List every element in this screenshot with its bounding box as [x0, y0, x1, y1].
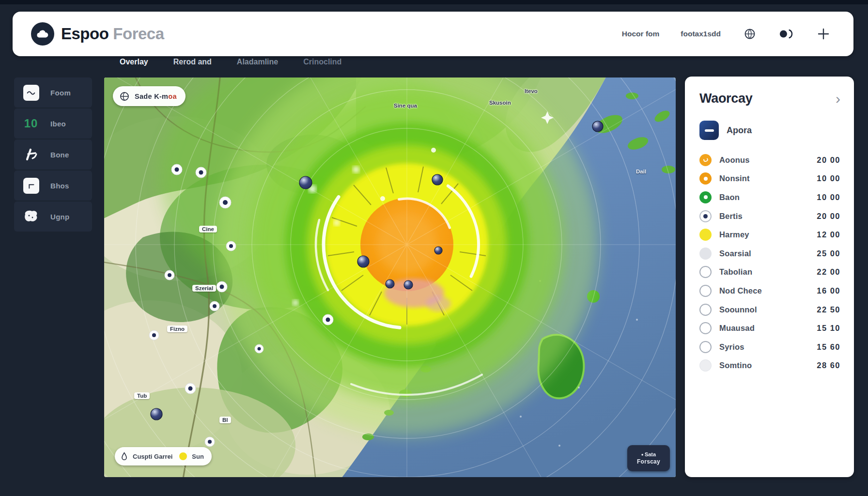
item-time: 10 00 — [817, 193, 840, 202]
list-item[interactable]: Tabolian 22 00 — [699, 263, 840, 282]
badge-line-1: Sata — [641, 451, 656, 457]
search-pill-label: Sade K-moa — [135, 93, 177, 100]
status-dot-outline — [699, 341, 712, 353]
tab-overlay[interactable]: Overlay — [120, 58, 148, 66]
sidebar-item-label: Bhos — [50, 182, 69, 190]
cloud-logo-icon — [31, 22, 54, 46]
map-attribution-badge[interactable]: Sata Forscay — [627, 445, 670, 471]
item-label: Tabolian — [719, 267, 752, 277]
status-dot-gray — [699, 248, 712, 260]
header-nav: Hocor fom footax1sdd — [622, 26, 831, 42]
list-item[interactable]: Somtino 28 60 — [699, 356, 840, 375]
ten-badge: 10 — [22, 115, 40, 132]
sidebar-item-label: Ibeo — [50, 120, 66, 128]
list-item[interactable]: Baon 10 00 — [699, 188, 840, 207]
brush-glyph-icon — [22, 146, 40, 163]
item-label: Soarsial — [719, 249, 751, 258]
place-label: Dail — [636, 169, 646, 174]
theme-toggle-icon[interactable] — [779, 26, 794, 42]
droplet-icon — [121, 452, 128, 461]
search-pill-accent: oa — [168, 93, 177, 100]
item-label: Bertis — [719, 212, 743, 221]
place-label: Itevo — [525, 88, 538, 94]
status-dot-outline — [699, 266, 712, 278]
item-label: Muausad — [719, 324, 755, 333]
list-item[interactable]: Bertis 20 00 — [699, 207, 840, 226]
item-label: Aoonus — [719, 155, 750, 165]
map-legend-pill[interactable]: Cuspti Garrei Sun — [115, 447, 212, 465]
forecast-list: Aoonus 20 00 Nonsint 10 00 Baon 10 00 Be… — [699, 151, 840, 375]
item-label: Nod Chece — [719, 286, 762, 295]
item-time: 15 10 — [817, 324, 840, 333]
list-item[interactable]: Nod Chece 16 00 — [699, 281, 840, 300]
item-time: 22 50 — [817, 305, 840, 314]
brand-logo[interactable]: EspooForeca — [31, 22, 164, 46]
weather-radar-map[interactable]: Sine qua Skusoin Itevo Dail Cine Szerial… — [104, 78, 676, 477]
item-time: 20 00 — [817, 155, 840, 165]
panel-title: Waorcay — [699, 91, 752, 106]
legend-sun-dot — [179, 452, 187, 460]
place-label: Bl — [219, 417, 231, 423]
map-search-pill[interactable]: Sade K-moa — [113, 86, 186, 106]
status-dot-green — [699, 191, 712, 203]
map-tabs: Overlay Rerod and Aladamline Crinoclind — [120, 58, 341, 66]
sidebar-item-label: Ugnp — [50, 213, 70, 221]
status-dot-ring — [699, 210, 712, 222]
place-label: Szerial — [192, 285, 216, 292]
nav-link-2[interactable]: footax1sdd — [681, 30, 721, 38]
legend-dot-label: Sun — [192, 453, 204, 460]
app-header: EspooForeca Hocor fom footax1sdd — [13, 12, 853, 56]
list-item[interactable]: Soarsial 25 00 — [699, 244, 840, 263]
item-label: Nonsint — [719, 174, 750, 183]
status-dot-orange — [699, 172, 712, 185]
sidebar-item-2[interactable]: 10 Ibeo — [14, 108, 92, 139]
window-top-strip — [0, 0, 868, 4]
tab-2[interactable]: Rerod and — [173, 58, 212, 66]
sidebar-item-1[interactable]: Foom — [14, 78, 92, 108]
chevron-right-icon[interactable]: › — [836, 94, 840, 104]
status-dot-faint — [699, 359, 712, 372]
item-label: Soounnol — [719, 305, 757, 314]
item-label: Baon — [719, 193, 740, 202]
place-label: Fizno — [167, 326, 187, 332]
item-label: Harmey — [719, 230, 749, 239]
tab-3[interactable]: Aladamline — [237, 58, 278, 66]
status-dot-outline — [699, 304, 712, 316]
place-label: Skusoin — [489, 100, 511, 106]
legend-label: Cuspti Garrei — [133, 453, 172, 460]
sidebar-item-5[interactable]: Ugnp — [14, 202, 92, 232]
brand-text: EspooForeca — [61, 25, 164, 43]
item-time: 25 00 — [817, 249, 840, 258]
panel-header: Waorcay › — [699, 91, 840, 106]
list-item[interactable]: Syrios 15 60 — [699, 338, 840, 356]
item-time: 15 60 — [817, 342, 840, 352]
list-item[interactable]: Aoonus 20 00 — [699, 151, 840, 170]
place-label: Sine qua — [394, 103, 417, 108]
list-item[interactable]: Harmey 12 00 — [699, 225, 840, 244]
sidebar-item-3[interactable]: Bone — [14, 140, 92, 170]
status-dot-orange — [699, 154, 712, 166]
nav-link-1[interactable]: Hocor fom — [622, 30, 660, 38]
blob-icon — [22, 208, 40, 225]
item-time: 16 00 — [817, 286, 840, 295]
list-item[interactable]: Muausad 15 10 — [699, 319, 840, 338]
list-item[interactable]: Soounnol 22 50 — [699, 300, 840, 319]
wave-tile-icon — [22, 84, 40, 101]
plus-icon[interactable] — [816, 26, 831, 42]
sidebar-item-4[interactable]: Bhos — [14, 170, 92, 201]
place-label: Cine — [199, 226, 217, 232]
panel-app-row[interactable]: Apora — [699, 121, 840, 140]
list-item[interactable]: Nonsint 10 00 — [699, 170, 840, 188]
map-canvas — [104, 78, 676, 477]
badge-line-2: Forscay — [637, 458, 660, 465]
globe-icon — [119, 91, 130, 102]
item-time: 10 00 — [817, 174, 840, 183]
status-dot-yellow — [699, 229, 712, 241]
app-tile-icon — [699, 121, 719, 140]
tab-4[interactable]: Crinoclind — [303, 58, 341, 66]
globe-icon[interactable] — [742, 26, 758, 42]
forecast-panel: Waorcay › Apora Aoonus 20 00 Nonsint 10 … — [685, 77, 854, 477]
item-time: 12 00 — [817, 230, 840, 239]
item-label: Syrios — [719, 342, 744, 352]
cloud-icon — [36, 29, 49, 39]
